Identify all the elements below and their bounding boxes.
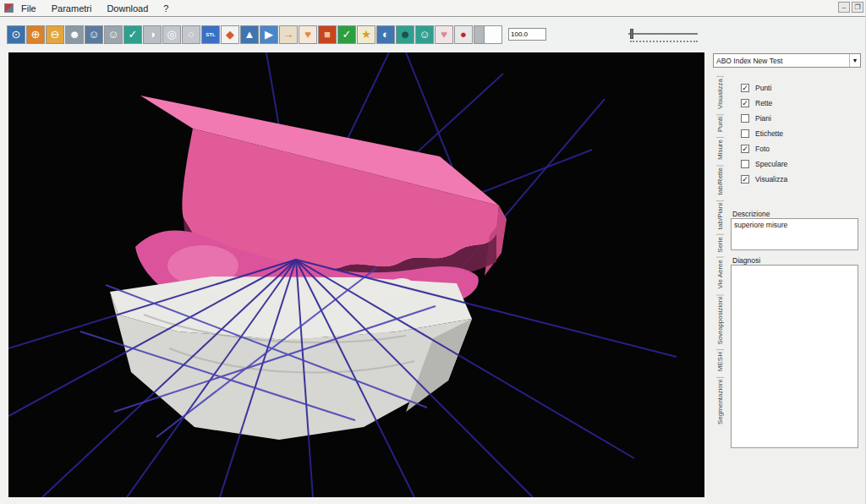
- tab-tab-rette[interactable]: tab/Rette: [716, 165, 724, 196]
- rotate-view-icon[interactable]: ⊙: [7, 25, 25, 44]
- menu-item-?[interactable]: ?: [161, 2, 176, 15]
- head-front-icon[interactable]: ☺: [85, 25, 103, 44]
- vertical-tab-strip: VisualizzaPuntiMisuretab/Rettetab/PianiS…: [711, 74, 728, 428]
- tab-segmentazioni[interactable]: Segmentazioni: [716, 377, 724, 426]
- face-small-icon[interactable]: ☺: [104, 25, 123, 44]
- option-row-visualizza[interactable]: ✓Visualizza: [741, 174, 787, 184]
- slider-ticks: [630, 41, 698, 42]
- option-row-punti[interactable]: ✓Punti: [741, 83, 787, 93]
- checkbox-piani[interactable]: [741, 114, 749, 123]
- stamp-icon[interactable]: ○: [182, 25, 200, 44]
- color-swatch-button[interactable]: [484, 25, 502, 44]
- menu-item-download[interactable]: Download: [104, 2, 156, 15]
- menu-bar: FileParametriDownload? –❐: [0, 0, 866, 17]
- zoom-value-input[interactable]: [508, 28, 546, 41]
- face-teal-icon[interactable]: ☺: [415, 25, 434, 44]
- palette-red-icon[interactable]: ■: [318, 25, 337, 44]
- tab-sovrapposizioni[interactable]: Sovrapposizioni: [716, 294, 724, 346]
- menu-bar-items: FileParametriDownload?: [19, 2, 181, 15]
- head-front-icon-glyph: ☺: [88, 25, 99, 44]
- face-small-icon-glyph: ☺: [107, 25, 118, 44]
- record-icon-glyph: ●: [460, 25, 467, 44]
- menu-item-parametri[interactable]: Parametri: [49, 2, 100, 15]
- preset-dropdown[interactable]: ABO Index New Test ▼: [713, 53, 861, 68]
- checkbox-punti[interactable]: ✓: [741, 84, 749, 92]
- display-options-group: ✓Punti✓RettePianiEtichette✓FotoSpeculare…: [741, 83, 787, 189]
- hand-tool-icon[interactable]: ✓: [123, 25, 142, 44]
- diagnosi-textarea[interactable]: [731, 265, 858, 448]
- bird-blue-icon[interactable]: ▶: [260, 25, 278, 44]
- tooth-icon[interactable]: ◆: [221, 25, 239, 44]
- hand-pink-icon-glyph: ♥: [441, 25, 447, 44]
- ear-icon[interactable]: ◑: [143, 25, 162, 44]
- hand-tool-icon-glyph: ✓: [129, 25, 138, 44]
- 3d-viewport[interactable]: [8, 52, 704, 497]
- checkbox-etichette[interactable]: [741, 129, 749, 138]
- tab-mesh[interactable]: MESH: [716, 349, 724, 373]
- option-row-piani[interactable]: Piani: [741, 113, 787, 123]
- window-buttons: –❐: [838, 2, 863, 13]
- restore-button[interactable]: ❐: [852, 2, 863, 13]
- side-panel: ABO Index New Test ▼ VisualizzaPuntiMisu…: [707, 51, 866, 504]
- tab-misure[interactable]: Misure: [716, 137, 724, 162]
- pointer-yellow-icon-glyph: ★: [361, 25, 371, 44]
- hands-orange-icon-glyph: ♥: [304, 25, 311, 44]
- app-icon: [4, 3, 14, 13]
- option-row-foto[interactable]: ✓Foto: [741, 144, 787, 154]
- checkbox-label-visualizza: Visualizza: [755, 175, 787, 184]
- checkbox-visualizza[interactable]: ✓: [741, 175, 749, 184]
- check-green-icon[interactable]: ✓: [337, 25, 356, 44]
- globe-palette-icon-glyph: ◐: [382, 25, 389, 44]
- rotate-view-icon-glyph: ⊙: [12, 25, 21, 44]
- toolbar-icons: ⊙⊕⊖☻☺☺✓◑◎○STL◆▲▶→♥■✓★◐☻☺♥●: [7, 25, 493, 44]
- globe-palette-icon[interactable]: ◐: [376, 25, 395, 44]
- zoom-out-icon[interactable]: ⊖: [46, 25, 64, 44]
- zoom-in-icon-glyph: ⊕: [31, 25, 41, 44]
- hands-orange-icon[interactable]: ♥: [299, 25, 317, 44]
- minimize-button[interactable]: –: [838, 2, 850, 13]
- tab-vie-aeree[interactable]: Vie Aeree: [716, 257, 724, 291]
- option-row-rette[interactable]: ✓Rette: [741, 98, 787, 108]
- arrow-orange-icon-glyph: →: [283, 25, 294, 44]
- faces-teal-icon[interactable]: ☻: [396, 25, 414, 44]
- head-profile-icon-glyph: ☻: [69, 25, 80, 44]
- zoom-slider[interactable]: [628, 28, 698, 45]
- arrow-orange-icon[interactable]: →: [279, 25, 298, 44]
- palette-red-icon-glyph: ■: [324, 25, 331, 44]
- option-row-etichette[interactable]: Etichette: [741, 129, 787, 139]
- hand-pink-icon[interactable]: ♥: [435, 25, 453, 44]
- menu-item-file[interactable]: File: [19, 2, 44, 15]
- chevron-down-icon[interactable]: ▼: [849, 54, 860, 67]
- 3d-scene[interactable]: [8, 52, 704, 497]
- check-green-icon-glyph: ✓: [343, 25, 352, 44]
- tab-punti[interactable]: Punti: [716, 114, 724, 134]
- tab-visualizza[interactable]: Visualizza: [716, 76, 724, 111]
- checkbox-label-etichette: Etichette: [755, 129, 783, 138]
- pointer-yellow-icon[interactable]: ★: [357, 25, 375, 44]
- checkbox-foto[interactable]: ✓: [741, 145, 749, 153]
- slider-track: [628, 33, 698, 35]
- stl-export-icon[interactable]: STL: [201, 25, 220, 44]
- zoom-out-icon-glyph: ⊖: [51, 25, 60, 44]
- tab-serie[interactable]: Serie: [716, 234, 724, 255]
- toolbar: ⊙⊕⊖☻☺☺✓◑◎○STL◆▲▶→♥■✓★◐☻☺♥●: [0, 18, 866, 52]
- checkbox-label-speculare: Speculare: [755, 160, 787, 168]
- diagnosi-label: Diagnosi: [732, 256, 760, 265]
- checkbox-rette[interactable]: ✓: [741, 99, 749, 107]
- faces-teal-icon-glyph: ☻: [399, 25, 411, 44]
- model-blue-icon[interactable]: ▲: [240, 25, 259, 44]
- tab-tab-piani[interactable]: tab/Piani: [716, 200, 724, 231]
- slider-handle[interactable]: [630, 29, 633, 39]
- record-icon[interactable]: ●: [454, 25, 473, 44]
- disc-icon[interactable]: ◎: [162, 25, 181, 44]
- option-row-speculare[interactable]: Speculare: [741, 159, 787, 169]
- stl-export-icon-glyph: STL: [206, 25, 215, 44]
- tooth-icon-glyph: ◆: [226, 25, 234, 44]
- preset-dropdown-value: ABO Index New Test: [714, 57, 849, 65]
- checkbox-speculare[interactable]: [741, 160, 749, 168]
- stamp-icon-glyph: ○: [188, 25, 195, 44]
- descrizione-textarea[interactable]: superiore misure: [731, 218, 858, 250]
- head-profile-icon[interactable]: ☻: [65, 25, 84, 44]
- zoom-in-icon[interactable]: ⊕: [26, 25, 45, 44]
- app-window: FileParametriDownload? –❐ ⊙⊕⊖☻☺☺✓◑◎○STL◆…: [0, 0, 866, 504]
